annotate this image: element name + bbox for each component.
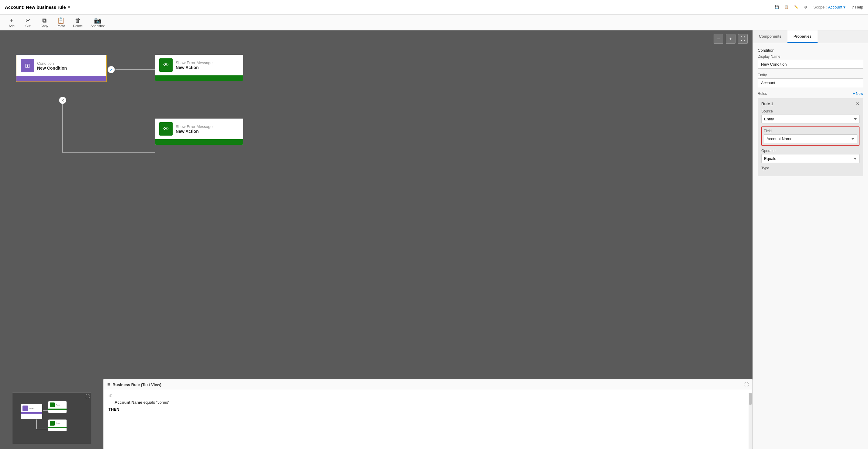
- rule-header: Rule 1 ✕: [761, 101, 860, 106]
- connector-h-1: [116, 69, 155, 70]
- copy-button[interactable]: ⧉ Copy: [36, 16, 52, 29]
- action-node-2[interactable]: 👁 Show Error Message New Action: [155, 119, 243, 145]
- rules-label: Rules: [758, 91, 767, 96]
- mini-map-expand-icon[interactable]: ⛶: [85, 394, 90, 399]
- entity-label: Entity: [758, 73, 863, 77]
- condition-icon-box: ⊞: [21, 59, 34, 72]
- condition-node-name: New Condition: [37, 66, 67, 70]
- edit-icon-btn[interactable]: ✏️: [794, 5, 798, 9]
- new-rule-button[interactable]: + New: [853, 91, 863, 96]
- field-select[interactable]: Account Name: [764, 134, 857, 143]
- entity-group: Entity: [758, 73, 863, 87]
- delete-button[interactable]: 🗑 Delete: [69, 16, 86, 29]
- zoom-out-button[interactable]: −: [714, 34, 723, 44]
- canvas-area[interactable]: − + ⛶ ⊞ Condition New Condition: [0, 30, 752, 449]
- scope-area: Scope : Account ▾: [813, 5, 845, 9]
- save-icon-btn[interactable]: 💾: [775, 5, 779, 9]
- section-label-text: Condition: [758, 48, 774, 53]
- mini-action-2-footer: [48, 427, 67, 428]
- scope-label: Scope :: [813, 5, 827, 9]
- operator-label: Operator: [761, 149, 860, 153]
- biz-rule-scrollbar[interactable]: [749, 393, 752, 449]
- mini-act-1-icon: [50, 402, 55, 407]
- snapshot-icon: 📷: [94, 17, 101, 23]
- action-node-1-footer: [155, 76, 243, 81]
- action-node-2-text: Show Error Message New Action: [176, 124, 212, 134]
- tab-components[interactable]: Components: [753, 30, 787, 43]
- zoom-out-icon: −: [717, 36, 720, 42]
- zoom-in-icon: +: [729, 36, 732, 42]
- scope-chevron[interactable]: ▾: [843, 5, 845, 9]
- mini-action-1-footer: [48, 409, 67, 410]
- action-node-2-icon-box: 👁: [159, 122, 173, 136]
- toolbar: + Add ✂ Cut ⧉ Copy 📋 Paste 🗑 Delete 📷 Sn…: [0, 14, 868, 30]
- source-select[interactable]: Entity: [761, 115, 860, 123]
- biz-rule-title: ≡ Business Rule (Text View): [107, 382, 161, 387]
- field-group-highlighted: Field Account Name: [761, 126, 860, 146]
- action-node-1[interactable]: 👁 Show Error Message New Action: [155, 55, 243, 81]
- if-keyword: IF: [108, 394, 112, 398]
- mini-action-2: Action: [48, 420, 67, 431]
- tab-properties[interactable]: Properties: [787, 30, 817, 43]
- mini-conn-v: [36, 420, 37, 429]
- operator-select[interactable]: Equals: [761, 154, 860, 163]
- help-link[interactable]: ? Help: [851, 5, 863, 9]
- condition-operator: equals "Jones": [144, 400, 169, 405]
- mini-act-2-icon: [50, 421, 55, 426]
- display-name-input[interactable]: [758, 60, 863, 69]
- copy-label: Copy: [40, 24, 48, 28]
- history-icon-btn[interactable]: ⏱: [804, 5, 807, 9]
- action-node-2-type: Show Error Message: [176, 124, 212, 129]
- mini-act-2-text: Action: [56, 422, 60, 424]
- operator-group: Operator Equals: [761, 149, 860, 163]
- publish-icon-btn[interactable]: 📋: [784, 5, 789, 9]
- expand-canvas-icon: ⛶: [740, 36, 745, 42]
- paste-button[interactable]: 📋 Paste: [53, 16, 69, 29]
- paste-label: Paste: [57, 24, 65, 28]
- biz-rule-list-icon: ≡: [107, 382, 110, 387]
- zoom-in-button[interactable]: +: [726, 34, 736, 44]
- mini-cond-icon: [23, 406, 28, 411]
- mini-map[interactable]: ⛶ Cond... Action A: [12, 392, 91, 444]
- title-bar: Account: New business rule ▾ 💾 📋 ✏️ ⏱ Sc…: [0, 0, 868, 14]
- right-panel-tabs: Components Properties: [753, 30, 868, 43]
- biz-rule-header: ≡ Business Rule (Text View) ⛶: [104, 379, 752, 390]
- canvas-controls: − + ⛶: [714, 34, 748, 44]
- action-node-2-header: 👁 Show Error Message New Action: [155, 119, 243, 139]
- connector-v-1: [62, 104, 63, 153]
- snapshot-button[interactable]: 📷 Snapshot: [87, 16, 108, 29]
- add-button[interactable]: + Add: [4, 16, 20, 29]
- action-node-1-header: 👁 Show Error Message New Action: [155, 55, 243, 76]
- condition-node-header: ⊞ Condition New Condition: [17, 55, 106, 76]
- connector-h-2: [62, 152, 155, 153]
- delete-icon: 🗑: [75, 17, 81, 23]
- tab-properties-label: Properties: [794, 34, 811, 39]
- condition-node[interactable]: ⊞ Condition New Condition: [16, 55, 107, 82]
- cut-button[interactable]: ✂ Cut: [20, 16, 36, 29]
- mini-action-1: Action: [48, 401, 67, 413]
- condition-node-text: Condition New Condition: [37, 61, 67, 70]
- rule-close-button[interactable]: ✕: [856, 101, 860, 106]
- expand-canvas-button[interactable]: ⛶: [738, 34, 748, 44]
- biz-rule-condition-line: Account Name equals "Jones": [108, 400, 747, 405]
- rules-header: Rules + New: [758, 91, 863, 96]
- mini-act-1-text: Action: [56, 404, 60, 406]
- paste-icon: 📋: [57, 17, 65, 23]
- mini-condition-footer: [21, 412, 42, 414]
- check-icon: ✓: [110, 67, 113, 72]
- condition-node-type: Condition: [37, 61, 67, 66]
- condition-node-icon: ⊞: [25, 62, 30, 69]
- mini-cond-text: Cond...: [29, 407, 35, 409]
- title-chevron[interactable]: ▾: [68, 5, 70, 10]
- entity-input[interactable]: [758, 79, 863, 87]
- mini-action-1-header: Action: [48, 401, 67, 409]
- scope-value: Account: [828, 5, 842, 9]
- then-keyword: THEN: [108, 407, 119, 412]
- cut-label: Cut: [25, 24, 30, 28]
- mini-conn-h1: [43, 410, 48, 411]
- section-label: Condition: [758, 48, 863, 53]
- add-label: Add: [8, 24, 14, 28]
- add-icon: +: [10, 17, 13, 23]
- biz-rule-expand-btn[interactable]: ⛶: [744, 382, 749, 387]
- cut-icon: ✂: [26, 17, 31, 23]
